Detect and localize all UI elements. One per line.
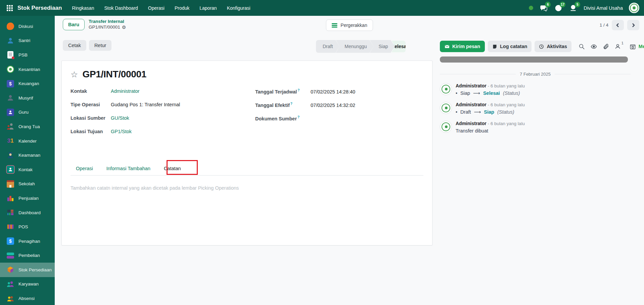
karyawan-people-icon xyxy=(7,280,14,288)
message-item: Administrator - 6 bulan yang lalu • Draf… xyxy=(440,99,644,118)
status-step-siap[interactable]: Siap xyxy=(370,40,395,53)
breadcrumb-parent-link[interactable]: Transfer Internal xyxy=(89,19,126,25)
eye-icon[interactable] xyxy=(591,43,597,50)
sekolah-building-icon xyxy=(7,180,14,188)
menu-ringkasan[interactable]: Ringkasan xyxy=(72,5,94,11)
pager-previous-button[interactable] xyxy=(612,20,624,30)
paperclip-attachments-icon[interactable] xyxy=(603,43,609,50)
sidebar-item-diskusi[interactable]: Diskusi xyxy=(0,19,55,34)
lokasi-tujuan-value-link[interactable]: GP1/Stok xyxy=(111,129,132,134)
gear-icon[interactable]: ⚙ xyxy=(122,25,126,31)
kesantrian-logo-icon xyxy=(7,66,14,73)
status-step-draft[interactable]: Draft xyxy=(316,40,339,53)
field-tipe-operasi: Tipe Operasi Gudang Pos 1: Transfer Inte… xyxy=(71,102,255,115)
message-time: - 6 bulan yang lalu xyxy=(488,121,525,126)
menu-operasi[interactable]: Operasi xyxy=(148,5,165,11)
status-step-menunggu[interactable]: Menunggu xyxy=(336,40,373,53)
field-dokumen-sumber: Dokumen Sumber? xyxy=(255,115,423,129)
kirim-pesan-button[interactable]: Kirim pesan xyxy=(440,41,485,52)
user-avatar[interactable] xyxy=(629,3,639,13)
favorite-star-icon[interactable]: ☆ xyxy=(71,70,78,79)
sidebar-item-guru[interactable]: Guru xyxy=(0,105,55,120)
catatan-tab-content[interactable]: Tambahkan catatn internal yang akan dice… xyxy=(71,176,423,200)
user-name[interactable]: Divisi Amal Usaha xyxy=(584,5,623,11)
status-to: Selesai xyxy=(483,90,500,96)
sidebar-item-santri[interactable]: Santri xyxy=(0,34,55,48)
activities-clock-icon[interactable]: 17 xyxy=(554,4,563,12)
log-catatan-button[interactable]: Log catatan xyxy=(488,41,532,52)
message-author[interactable]: Administrator xyxy=(456,121,487,126)
form-card: ☆ GP1/INT/00001 Kontak Administrator Tip… xyxy=(61,61,432,245)
santri-person-icon xyxy=(7,37,14,44)
tab-operasi[interactable]: Operasi xyxy=(71,162,98,175)
tab-informasi-tambahan[interactable]: Informasi Tambahan xyxy=(101,162,156,175)
sidebar-item-dashboard[interactable]: Dashboard xyxy=(0,205,55,220)
menu-produk[interactable]: Produk xyxy=(175,5,189,11)
sidebar-item-stok-persediaan[interactable]: Stok Persediaan xyxy=(0,263,55,277)
followers-icon[interactable]: 1 xyxy=(615,43,621,50)
guru-person-icon xyxy=(7,109,14,116)
pos-awning-icon xyxy=(7,223,14,231)
notebook-tabs: Operasi Informasi Tambahan Catatan xyxy=(71,162,423,176)
sidebar-item-karyawan[interactable]: Karyawan xyxy=(0,277,55,292)
psb-document-icon xyxy=(7,51,13,59)
tanggal-efektif-value[interactable]: 07/02/2025 14:32:02 xyxy=(311,103,355,108)
help-icon[interactable]: ? xyxy=(297,115,300,119)
requests-money-icon[interactable]: $ 5 xyxy=(569,4,578,12)
retur-button[interactable]: Retur xyxy=(89,40,111,51)
sidebar-item-kontak[interactable]: Kontak xyxy=(0,162,55,177)
menu-konfigurasi[interactable]: Konfigurasi xyxy=(227,5,250,11)
sidebar-item-pembelian[interactable]: Pembelian xyxy=(0,249,55,263)
notes-placeholder: Tambahkan catatn internal yang akan dice… xyxy=(71,185,239,191)
sidebar-item-pos[interactable]: POS xyxy=(0,220,55,234)
help-icon[interactable]: ? xyxy=(297,88,300,92)
apps-grid-icon[interactable] xyxy=(7,5,13,11)
sidebar-item-penjualan[interactable]: Penjualan xyxy=(0,191,55,205)
message-author[interactable]: Administrator xyxy=(456,83,487,88)
aktivitas-button[interactable]: Aktivitas xyxy=(535,41,571,52)
sidebar-item-absensi[interactable]: Absensi xyxy=(0,291,55,305)
menu-stok-dashboard[interactable]: Stok Dashboard xyxy=(104,5,138,11)
search-messages-icon[interactable] xyxy=(579,43,585,50)
app-title[interactable]: Stok Persediaan xyxy=(17,5,62,11)
status-to: Siap xyxy=(484,109,494,115)
lokasi-sumber-value-link[interactable]: GU/Stok xyxy=(111,115,129,121)
tanggal-terjadwal-value[interactable]: 07/02/2025 14:28:40 xyxy=(311,89,355,94)
sidebar-item-orang-tua[interactable]: Orang Tua xyxy=(0,119,55,134)
stage-badge-baru[interactable]: Baru xyxy=(63,19,85,30)
sidebar-item-musyrif[interactable]: Musyrif xyxy=(0,91,55,105)
sidebar-item-keamanan[interactable]: Keamanan xyxy=(0,148,55,162)
follow-label: Meng xyxy=(639,44,644,49)
kontak-value-link[interactable]: Administrator xyxy=(111,88,139,94)
note-icon xyxy=(492,44,497,49)
statusbar: Draft Menunggu Siap Selesai xyxy=(320,40,391,53)
message-author[interactable]: Administrator xyxy=(456,102,487,107)
chevron-right-icon xyxy=(631,23,635,27)
tipe-operasi-value: Gudang Pos 1: Transfer Internal xyxy=(111,102,180,107)
pergerakkan-button[interactable]: Pergerakkan xyxy=(326,20,373,31)
message-body: Transfer dibuat xyxy=(456,128,488,134)
sidebar-item-sekolah[interactable]: Sekolah xyxy=(0,177,55,191)
follow-toggle[interactable]: Meng xyxy=(630,43,644,50)
menu-laporan[interactable]: Laporan xyxy=(199,5,217,11)
status-field-label: (Status) xyxy=(497,109,514,115)
help-icon[interactable]: ? xyxy=(290,102,292,106)
app-sidebar: Diskusi Santri PSB Kesantrian Keuangan M… xyxy=(0,16,55,305)
messages-icon[interactable]: 6 xyxy=(539,4,548,12)
tab-catatan[interactable]: Catatan xyxy=(158,162,186,175)
cetak-button[interactable]: Cetak xyxy=(63,40,86,51)
message-item: Administrator - 6 bulan yang lalu • Siap… xyxy=(440,80,644,99)
top-menu: Ringkasan Stok Dashboard Operasi Produk … xyxy=(72,5,250,11)
arrow-right-icon: ⟶ xyxy=(474,109,481,115)
pager-count: 1 / 4 xyxy=(600,23,608,28)
sidebar-item-psb[interactable]: PSB xyxy=(0,48,55,62)
sidebar-item-kesantrian[interactable]: Kesantrian xyxy=(0,62,55,77)
sidebar-item-penagihan[interactable]: Penagihan xyxy=(0,234,55,249)
envelope-icon xyxy=(445,44,450,49)
sidebar-item-kalender[interactable]: Kalender xyxy=(0,134,55,148)
pager-next-button[interactable] xyxy=(627,20,639,30)
penjualan-chart-icon xyxy=(7,194,14,202)
sidebar-item-keuangan[interactable]: Keuangan xyxy=(0,76,55,91)
clock-icon xyxy=(539,44,544,49)
musyrif-person-icon xyxy=(7,94,14,102)
